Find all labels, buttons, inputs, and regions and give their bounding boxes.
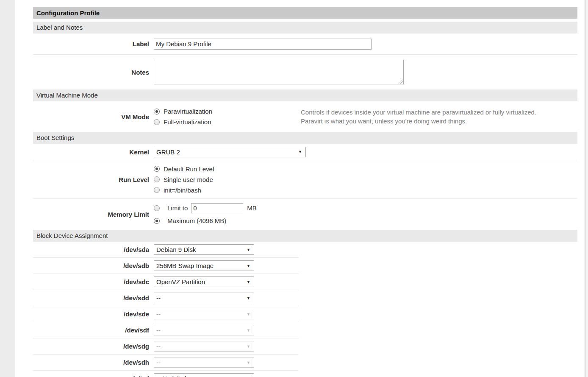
dropdown-arrow-icon: ▼ <box>247 264 250 268</box>
dev-sdg-select: -- ▼ <box>154 341 254 352</box>
dropdown-arrow-icon: ▼ <box>247 344 250 349</box>
left-gutter <box>0 0 15 377</box>
kernel-row: Kernel GRUB 2 ▼ <box>33 144 577 160</box>
block-device-row: /dev/sde -- ▼ <box>33 306 577 322</box>
kernel-select[interactable]: GRUB 2 ▼ <box>154 147 306 157</box>
dev-sdb-select[interactable]: 256MB Swap Image ▼ <box>154 260 254 271</box>
paravirtualization-radio[interactable] <box>154 109 160 114</box>
vm-mode-help-text: Controls if devices inside your virtual … <box>301 108 568 126</box>
run-level-label: Run Level <box>33 176 149 183</box>
block-device-row: /dev/sdd -- ▼ <box>33 290 577 306</box>
right-gutter <box>585 0 588 377</box>
section-block-device-assignment: Block Device Assignment <box>33 230 577 242</box>
single-user-mode-radio-label: Single user mode <box>164 176 213 183</box>
label-input[interactable] <box>154 39 372 50</box>
vm-mode-label: VM Mode <box>33 113 149 120</box>
paravirtualization-radio-label: Paravirtualization <box>164 108 212 115</box>
maximum-memory-radio-label: Maximum (4096 MB) <box>167 217 226 224</box>
default-run-level-radio-label: Default Run Level <box>164 165 214 173</box>
dev-sde-select: -- ▼ <box>154 309 254 319</box>
memory-limit-input[interactable] <box>191 203 243 213</box>
dev-sdd-label: /dev/sdd <box>33 294 149 302</box>
notes-row: Notes <box>33 55 577 89</box>
block-device-row: /dev/sdc OpenVZ Partition ▼ <box>33 274 577 290</box>
run-level-row: Run Level Default Run Level Single user … <box>33 160 577 198</box>
memory-limit-label: Memory Limit <box>33 211 149 218</box>
kernel-label: Kernel <box>33 148 149 156</box>
dev-sdb-label: /dev/sdb <box>33 262 149 269</box>
notes-textarea[interactable] <box>154 60 404 84</box>
section-boot-settings: Boot Settings <box>33 132 577 144</box>
initrd-row: initrd -- No initrd -- ▼ <box>33 371 577 377</box>
single-user-mode-radio[interactable] <box>154 176 160 182</box>
form-content: Configuration Profile Label and Notes La… <box>33 0 577 377</box>
dev-sdc-select[interactable]: OpenVZ Partition ▼ <box>154 276 254 287</box>
initrd-select[interactable]: -- No initrd -- ▼ <box>154 373 254 377</box>
label-field-label: Label <box>33 40 149 47</box>
section-label-and-notes: Label and Notes <box>33 22 577 34</box>
full-virtualization-radio[interactable] <box>154 119 160 125</box>
dev-sda-label: /dev/sda <box>33 246 149 253</box>
section-vm-mode: Virtual Machine Mode <box>33 89 577 101</box>
dev-sda-select[interactable]: Debian 9 Disk ▼ <box>154 244 254 255</box>
dev-sde-label: /dev/sde <box>33 310 149 318</box>
block-device-row: /dev/sdg -- ▼ <box>33 338 577 354</box>
block-device-row: /dev/sda Debian 9 Disk ▼ <box>33 242 577 257</box>
memory-unit-label: MB <box>247 204 257 212</box>
block-device-row: /dev/sdb 256MB Swap Image ▼ <box>33 258 577 274</box>
notes-field-label: Notes <box>33 69 149 76</box>
memory-limit-row: Memory Limit Limit to MB Maximum (4096 M… <box>33 199 577 230</box>
block-device-row: /dev/sdh -- ▼ <box>33 355 577 370</box>
init-bin-bash-radio[interactable] <box>154 187 160 193</box>
dev-sdd-select[interactable]: -- ▼ <box>154 293 254 303</box>
dropdown-arrow-icon: ▼ <box>247 328 250 332</box>
maximum-memory-radio[interactable] <box>154 218 160 224</box>
initrd-label: initrd <box>33 375 149 377</box>
block-device-row: /dev/sdf -- ▼ <box>33 322 577 338</box>
dropdown-arrow-icon: ▼ <box>247 248 250 252</box>
dropdown-arrow-icon: ▼ <box>247 280 250 284</box>
dev-sdf-select: -- ▼ <box>154 325 254 335</box>
vm-mode-row: VM Mode Paravirtualization Full-virtuali… <box>33 101 577 132</box>
dropdown-arrow-icon: ▼ <box>298 150 302 154</box>
dropdown-arrow-icon: ▼ <box>247 360 250 365</box>
dev-sdc-label: /dev/sdc <box>33 278 149 285</box>
full-virtualization-radio-label: Full-virtualization <box>164 118 211 126</box>
default-run-level-radio[interactable] <box>154 166 160 172</box>
page-title: Configuration Profile <box>33 7 577 19</box>
init-bin-bash-radio-label: init=/bin/bash <box>164 187 201 194</box>
dev-sdf-label: /dev/sdf <box>33 327 149 334</box>
dropdown-arrow-icon: ▼ <box>247 296 250 300</box>
configuration-profile-page: Configuration Profile Label and Notes La… <box>0 0 588 377</box>
dev-sdh-select: -- ▼ <box>154 357 254 368</box>
dev-sdg-label: /dev/sdg <box>33 343 149 350</box>
label-row: Label <box>33 34 577 54</box>
dev-sdh-label: /dev/sdh <box>33 359 149 366</box>
limit-to-radio[interactable] <box>154 205 160 211</box>
limit-to-radio-label: Limit to <box>167 204 188 212</box>
dropdown-arrow-icon: ▼ <box>247 312 250 316</box>
